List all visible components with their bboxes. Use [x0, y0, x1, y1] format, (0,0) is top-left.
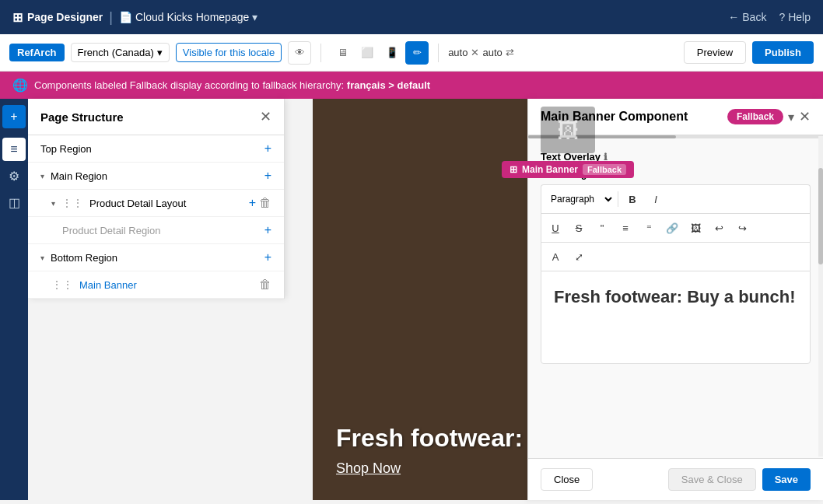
tag-icon: ⊞ [510, 164, 517, 175]
left-sidebar: + ≡ ⚙ ◫ [0, 99, 28, 500]
bullet-list-button[interactable]: ≡ [615, 217, 636, 239]
help-button[interactable]: ? Help [779, 11, 811, 23]
drag-handle-icon[interactable]: ⋮⋮ [51, 278, 73, 291]
paragraph-select[interactable]: Paragraph [545, 188, 615, 210]
toolbar-actions: Preview Publish [684, 41, 814, 64]
chevron-down-icon[interactable]: ▾ [252, 11, 257, 23]
vertical-scrollbar[interactable] [818, 136, 823, 457]
visible-locale-link[interactable]: Visible for this locale [176, 43, 282, 62]
list-item[interactable]: ⋮⋮ Main Banner 🗑 [28, 271, 284, 299]
list-item[interactable]: ▾ Bottom Region + [28, 244, 284, 271]
main-toolbar: RefArch French (Canada) ▾ Visible for th… [0, 34, 823, 72]
numbered-list-button[interactable]: ⁼ [638, 217, 660, 239]
toolbar-sep-1 [618, 191, 618, 207]
heading-field: * Heading Paragraph B I U S " [541, 169, 811, 364]
page-title-nav: 📄 Cloud Kicks Homepage ▾ [119, 11, 257, 23]
settings-button[interactable]: ⚙ [2, 164, 26, 187]
toolbar-separator-2 [438, 44, 439, 62]
add-bottom-region-button[interactable]: + [264, 250, 271, 264]
save-button[interactable]: Save [762, 468, 811, 491]
swap-icon[interactable]: ⇄ [506, 47, 514, 58]
italic-button[interactable]: I [645, 188, 667, 210]
content-button[interactable]: ◫ [2, 191, 26, 214]
brand-badge: RefArch [9, 44, 65, 61]
rich-text-toolbar-row2: U S " ≡ ⁼ 🔗 🖼 ↩ ↪ [541, 213, 811, 242]
undo-button[interactable]: ↩ [708, 217, 730, 239]
rich-text-content[interactable]: Fresh footwear: Buy a bunch! [541, 271, 811, 364]
fallback-badge: Fallback [583, 164, 626, 175]
right-panel: Main Banner Component Fallback ▾ ✕ Text … [527, 99, 823, 500]
main-layout: + ≡ ⚙ ◫ Page Structure ✕ Top Region + ▾ … [0, 99, 823, 500]
nav-right: ← Back ? Help [728, 11, 811, 23]
chevron-icon: ▾ [40, 172, 44, 180]
auto-value-1: auto [448, 47, 468, 58]
chevron-icon: ▾ [40, 254, 44, 262]
main-banner-tag: ⊞ Main Banner Fallback [502, 161, 634, 178]
save-close-button[interactable]: Save & Close [668, 468, 756, 491]
toolbar-separator-1 [320, 44, 321, 62]
desktop-view-icon[interactable]: 🖥 [331, 41, 354, 65]
redo-button[interactable]: ↪ [731, 217, 753, 239]
close-button[interactable]: Close [541, 468, 593, 491]
scrollbar-thumb [818, 168, 823, 264]
ps-item-label: Main Region [51, 170, 261, 182]
panel-close-button[interactable]: ✕ [799, 108, 811, 125]
info-text: Components labeled Fallback display acco… [34, 79, 430, 91]
add-product-layout-button[interactable]: + [249, 196, 256, 210]
back-button[interactable]: ← Back [728, 11, 766, 23]
right-panel-footer: Close Save & Close Save [528, 458, 823, 500]
add-top-region-button[interactable]: + [264, 142, 271, 156]
page-structure-panel: Page Structure ✕ Top Region + ▾ Main Reg… [28, 99, 285, 299]
ps-item-label: Product Detail Region [62, 225, 261, 236]
underline-button[interactable]: U [545, 217, 566, 239]
tablet-view-icon[interactable]: ⬜ [355, 41, 379, 65]
drag-handle-icon[interactable]: ⋮⋮ [61, 197, 83, 209]
right-panel-body[interactable]: Text Overlay ℹ * Heading Paragraph B I [528, 138, 823, 458]
list-item[interactable]: Product Detail Region + [28, 217, 284, 244]
chevron-icon: ▾ [51, 199, 55, 208]
expand-button[interactable]: ⤢ [568, 246, 590, 268]
pen-view-icon[interactable]: ✏ [405, 41, 429, 65]
eye-icon[interactable]: 👁 [288, 41, 311, 65]
app-label: Page Designer [27, 11, 103, 23]
content-text: Fresh footwear: Buy a bunch! [554, 287, 797, 307]
add-main-region-button[interactable]: + [264, 169, 271, 183]
delete-main-banner-button[interactable]: 🗑 [259, 278, 271, 292]
add-product-region-button[interactable]: + [264, 223, 271, 237]
font-size-button[interactable]: A [545, 246, 566, 268]
auto-value-2: auto [482, 47, 502, 58]
tag-label: Main Banner [522, 164, 578, 175]
panel-dropdown-button[interactable]: ▾ [788, 110, 794, 124]
locale-chevron-icon: ▾ [157, 47, 163, 58]
strikethrough-button[interactable]: S [568, 217, 590, 239]
help-icon: ? [779, 11, 785, 23]
list-item[interactable]: ▾ ⋮⋮ Product Detail Layout + 🗑 [28, 190, 284, 217]
page-structure-header: Page Structure ✕ [28, 99, 284, 135]
footer-right-actions: Save & Close Save [668, 468, 811, 491]
view-mode-icons: 🖥 ⬜ 📱 ✏ [331, 41, 429, 65]
add-component-button[interactable]: + [2, 105, 26, 128]
locale-label: French (Canada) [78, 47, 154, 58]
delete-product-layout-button[interactable]: 🗑 [259, 196, 271, 210]
mobile-view-icon[interactable]: 📱 [380, 41, 404, 65]
image-button[interactable]: 🖼 [685, 217, 706, 239]
preview-button[interactable]: Preview [684, 41, 746, 64]
info-banner: 🌐 Components labeled Fallback display ac… [0, 72, 823, 99]
times-icon: ✕ [471, 47, 479, 58]
image-icon: 🖼 [557, 117, 579, 143]
list-item[interactable]: Top Region + [28, 135, 284, 163]
blockquote-button[interactable]: " [591, 217, 613, 239]
ps-item-label: Top Region [40, 143, 261, 155]
link-button[interactable]: 🔗 [661, 217, 683, 239]
page-structure-close-button[interactable]: ✕ [260, 108, 271, 125]
publish-button[interactable]: Publish [752, 41, 814, 64]
locale-selector[interactable]: French (Canada) ▾ [71, 43, 170, 62]
rich-text-toolbar: Paragraph B I [541, 184, 811, 213]
page-title-label: Cloud Kicks Homepage [135, 11, 249, 23]
rich-text-toolbar-row3: A ⤢ [541, 242, 811, 271]
image-placeholder: 🖼 [541, 107, 595, 153]
list-item[interactable]: ▾ Main Region + [28, 163, 284, 190]
structure-button[interactable]: ≡ [2, 138, 26, 161]
bold-button[interactable]: B [622, 188, 643, 210]
page-structure-title: Page Structure [40, 110, 124, 124]
